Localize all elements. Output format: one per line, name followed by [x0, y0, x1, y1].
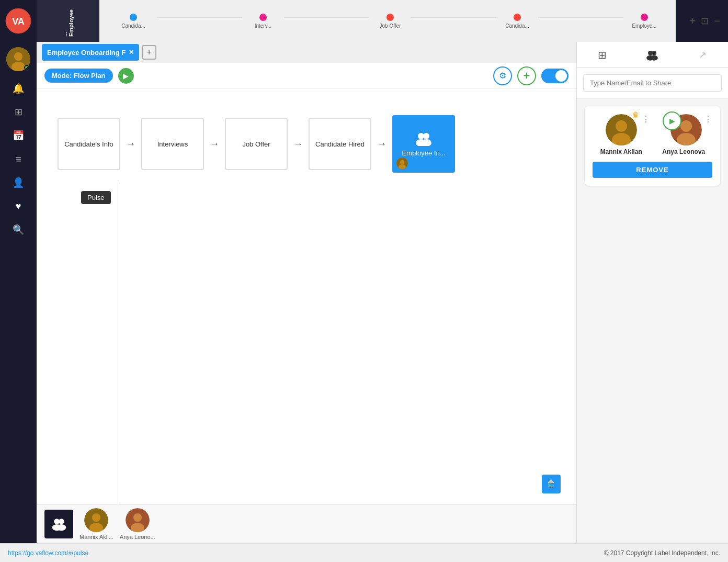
step-label: Candidate's Info — [64, 140, 113, 148]
svg-point-25 — [651, 55, 658, 60]
bottom-person-anya[interactable]: Anya Leono... — [120, 508, 155, 540]
va-logo: VA — [5, 8, 31, 34]
sidebar-item-grid[interactable]: ⊞ — [8, 102, 29, 122]
avatar-face — [396, 158, 408, 169]
toolbar: Mode: Flow Plan ▶ ⚙ + — [37, 63, 576, 89]
mannix-name: Mannix Akli... — [79, 534, 113, 540]
svg-point-23 — [652, 51, 657, 55]
arrow-4: → — [371, 139, 392, 150]
step-label: Interviews — [157, 140, 188, 148]
bottom-person-mannix[interactable]: Mannix Akli... — [79, 508, 113, 540]
group-icon-box[interactable] — [44, 510, 73, 538]
right-tab-grid[interactable]: ⊞ — [593, 46, 611, 64]
step-candidates-info[interactable]: Candida... — [110, 14, 157, 29]
flow-step-employee[interactable]: Employee In... — [392, 115, 455, 173]
arrow-3: → — [288, 139, 309, 150]
mode-label: Mode: Flow Plan — [52, 72, 106, 80]
sidebar-item-bell[interactable]: 🔔 — [8, 78, 29, 99]
minus-icon[interactable]: − — [714, 15, 720, 27]
step-label: Job Offer — [242, 140, 270, 148]
tab-vertical: Employee ... — [37, 0, 99, 42]
sidebar-item-people[interactable]: 👤 — [8, 172, 29, 193]
footer-link: https://go.vaflow.com/#/pulse — [8, 549, 88, 557]
step-label: Candidate Hired — [315, 140, 365, 148]
trash-button[interactable]: 🗑 — [542, 475, 561, 493]
user-avatar[interactable] — [6, 47, 30, 71]
step-label: Employee In... — [402, 149, 445, 157]
step-avatar — [396, 158, 408, 169]
toggle-button[interactable] — [541, 69, 568, 83]
anya-panel-name: Anya Leonova — [662, 148, 705, 155]
right-tab-share[interactable]: ↗ — [693, 46, 712, 64]
right-panel: ⊞ ↗ — [576, 42, 728, 543]
content-area: Employee Onboarding F ✕ + Mode: Flow Pla… — [37, 42, 576, 543]
anya-name: Anya Leono... — [120, 534, 155, 540]
flow-step-candidates-info[interactable]: Candidate's Info — [58, 118, 120, 170]
vertical-divider — [118, 183, 118, 504]
users-icon — [414, 131, 433, 146]
sidebar-item-search[interactable]: 🔍 — [8, 219, 29, 240]
mannix-more-icon[interactable]: ⋮ — [642, 114, 650, 124]
share-search-input[interactable] — [583, 74, 722, 92]
svg-point-10 — [400, 160, 404, 164]
tab-add-button[interactable]: + — [142, 45, 156, 60]
logo-area: VA — [0, 0, 37, 42]
right-panel-content: ♛ Mannix Aklian ⋮ ▶ — [577, 98, 728, 543]
arrow-1: → — [120, 139, 141, 150]
expand-icon[interactable]: ⊡ — [701, 15, 709, 27]
share-search-area — [577, 68, 728, 98]
right-panel-tabs: ⊞ ↗ — [577, 42, 728, 68]
svg-point-15 — [56, 524, 66, 531]
tab-label: Employee Onboarding F — [47, 49, 126, 57]
svg-point-20 — [133, 513, 142, 522]
flow-step-interviews[interactable]: Interviews — [141, 118, 204, 170]
right-tab-people[interactable] — [643, 46, 662, 64]
step-candidate-hired[interactable]: Candida... — [496, 14, 538, 29]
arrow-2: → — [204, 139, 225, 150]
svg-point-6 — [423, 133, 429, 139]
sidebar-item-calendar[interactable]: 📅 — [8, 125, 29, 146]
play-overlay[interactable]: ▶ — [663, 111, 681, 130]
crown-icon: ♛ — [632, 110, 639, 120]
settings-button[interactable]: ⚙ — [493, 66, 512, 85]
progress-area: Candida... Interv... Job Offer Candida..… — [99, 0, 676, 42]
svg-point-3 — [14, 52, 22, 61]
step-employee[interactable]: Employe... — [623, 14, 665, 29]
mode-flow-plan-button[interactable]: Mode: Flow Plan — [44, 69, 113, 83]
active-tab[interactable]: Employee Onboarding F ✕ — [42, 44, 139, 61]
mannix-panel-name: Mannix Aklian — [600, 148, 642, 155]
sidebar: 🔔 ⊞ 📅 ≡ 👤 ♥ 🔍 — [0, 42, 37, 543]
flow-step-candidate-hired[interactable]: Candidate Hired — [309, 118, 371, 170]
flow-canvas: Pulse Candidate's Info → Interviews → — [37, 89, 576, 504]
remove-button[interactable]: REMOVE — [593, 162, 712, 178]
page-footer: https://go.vaflow.com/#/pulse © 2017 Cop… — [0, 543, 728, 562]
add-button[interactable]: + — [517, 66, 536, 85]
tab-close-icon[interactable]: ✕ — [129, 49, 134, 56]
mannix-avatar — [84, 508, 108, 532]
anya-more-icon[interactable]: ⋮ — [704, 114, 712, 124]
flow-row: Candidate's Info → Interviews → Job Offe… — [37, 89, 576, 199]
top-right-actions: + ⊡ − — [676, 0, 728, 42]
group-icon — [51, 516, 67, 531]
sidebar-item-heart[interactable]: ♥ — [8, 196, 29, 217]
step-job-offer[interactable]: Job Offer — [369, 14, 411, 29]
person-mannix: ♛ Mannix Aklian ⋮ — [593, 114, 650, 155]
tab-vertical-label: Employee ... — [62, 5, 74, 37]
svg-point-27 — [616, 120, 627, 132]
play-button[interactable]: ▶ — [118, 68, 134, 84]
flow-step-job-offer[interactable]: Job Offer — [225, 118, 288, 170]
people-icon — [645, 49, 659, 61]
svg-point-13 — [59, 519, 64, 524]
step-interviews[interactable]: Interv... — [242, 14, 284, 29]
footer-copyright: © 2017 Copyright Label Independent, Inc. — [604, 549, 720, 557]
people-card: ♛ Mannix Aklian ⋮ ▶ — [585, 106, 720, 186]
pulse-tooltip: Pulse — [81, 191, 111, 204]
anya-avatar — [126, 508, 150, 532]
tab-bar: Employee Onboarding F ✕ + — [37, 42, 576, 63]
svg-point-30 — [680, 120, 692, 132]
sidebar-item-list[interactable]: ≡ — [8, 149, 29, 170]
person-anya: ▶ Anya Leonova ⋮ — [655, 114, 713, 155]
bottom-bar: Mannix Akli... Anya Leono... — [37, 504, 576, 543]
plus-icon[interactable]: + — [690, 15, 696, 27]
svg-point-17 — [92, 513, 100, 522]
